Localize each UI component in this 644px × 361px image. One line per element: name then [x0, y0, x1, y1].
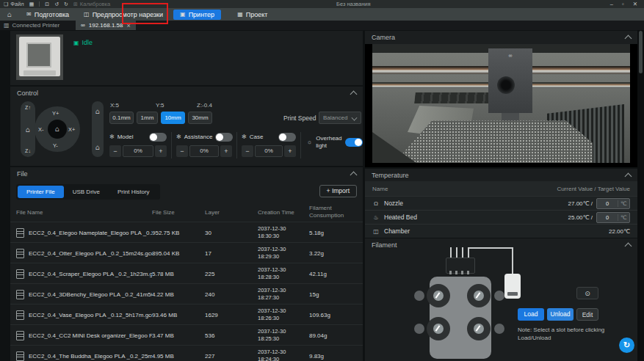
filament-slot-2[interactable] — [467, 284, 491, 307]
printer-thumbnail-window — [26, 43, 51, 68]
undo-icon[interactable]: ↺ — [54, 1, 59, 7]
link-icon: ∞ — [81, 22, 85, 29]
control-collapse-icon[interactable] — [350, 91, 358, 98]
toggle-knob — [216, 134, 223, 141]
fan-model-value[interactable]: 0% — [123, 145, 153, 157]
x-plus-button[interactable]: X+ — [68, 126, 75, 133]
external-spool[interactable] — [504, 274, 521, 299]
step-0.1mm-button[interactable]: 0.1mm — [109, 112, 134, 124]
calibration-label[interactable]: Калибровка — [80, 1, 110, 7]
y-plus-button[interactable]: Y+ — [52, 110, 59, 117]
new-file-icon[interactable]: ❏ — [4, 1, 8, 7]
fan-icon: ✻ — [242, 134, 247, 140]
y-minus-button[interactable]: Y- — [53, 142, 58, 149]
filament-note: Note: Select a slot before clicking Load… — [518, 326, 607, 342]
step-10mm-button[interactable]: 10mm — [161, 112, 185, 124]
camera-collapse-icon[interactable] — [625, 35, 632, 43]
close-button[interactable]: ✕ — [633, 1, 637, 7]
temperature-columns: Name Current Value / Target Value — [365, 181, 637, 196]
col-filament-consumption: Filament Consumption — [309, 205, 352, 219]
fan-assistance-toggle[interactable] — [215, 133, 233, 142]
fan-model-increase-button[interactable]: + — [155, 145, 167, 157]
overhead-light-toggle[interactable] — [345, 138, 363, 147]
step-1mm-button[interactable]: 1mm — [137, 112, 158, 124]
tab-printer[interactable]: ▣ Принтер — [173, 10, 221, 20]
tab-project[interactable]: ▦ Проект — [230, 8, 275, 21]
minimize-button[interactable]: – — [610, 1, 613, 7]
connected-printer[interactable]: ▥ Connected Printer — [0, 22, 59, 29]
file-row[interactable]: ECC2_0.4_CC2 MINI Desk organizer_Elegoo … — [10, 324, 363, 346]
file-panel: File Printer File USB Drive Print Histor… — [10, 167, 363, 361]
import-button[interactable]: + Import — [319, 185, 357, 197]
file-row[interactable]: ECC2_0.4_Otter_Elegoo PLA _0.2_15m24s.gc… — [10, 242, 363, 263]
nozzle-target-input[interactable]: 0 ℃ — [596, 198, 630, 209]
temperature-collapse-icon[interactable] — [625, 172, 632, 180]
save-icon[interactable]: ⊡ — [45, 1, 49, 7]
nozzle-label: Nozzle — [384, 200, 403, 207]
file-collapse-icon[interactable] — [350, 172, 358, 179]
file-header: File — [10, 167, 363, 180]
filament-settings-button[interactable]: ⊙ — [576, 287, 598, 299]
scrollbar-track[interactable] — [637, 30, 644, 361]
light-icon: ☼ — [307, 139, 312, 145]
fan-assistance-group: ✻ Assistance − 0% + — [176, 132, 232, 157]
file-size: 952.75 KB — [152, 230, 205, 236]
filament-slot-4[interactable] — [467, 317, 491, 340]
home-icon[interactable]: ⌂ — [0, 10, 19, 18]
fan-case-increase-button[interactable]: + — [284, 145, 296, 157]
edit-button[interactable]: Edit — [576, 308, 598, 321]
file-row[interactable]: ECC2_0.4_Vase_Elegoo PLA _0.12_5h17m.gco… — [10, 304, 363, 325]
tab-print-history[interactable]: Print History — [109, 186, 159, 198]
file-row[interactable]: ECC2_0.4_The Buddha_Elegoo PLA _0.2_25m4… — [10, 345, 363, 361]
scrollbar-thumb[interactable] — [639, 31, 643, 73]
aux-home-top-button[interactable]: ⌂ — [95, 108, 100, 114]
tab-usb-drive[interactable]: USB Drive — [64, 186, 109, 198]
fan-assistance-value[interactable]: 0% — [189, 145, 219, 157]
nav-tabbar: ⌂ ✉ Подготовка ◫ Предпросмотр нарезки ▣ … — [0, 8, 644, 21]
file-filament: 89.04g — [309, 332, 363, 339]
file-row[interactable]: ECC2_0.4_3DBenchy_Elegoo PLA _0.2_41m50s… — [10, 283, 363, 305]
tab-prepare[interactable]: ✉ Подготовка — [19, 8, 76, 21]
tab-printer-file[interactable]: Printer File — [18, 186, 64, 198]
filament-slot-1[interactable] — [427, 284, 450, 307]
filament-header: Filament — [365, 238, 637, 251]
fan-case-decrease-button[interactable]: − — [242, 145, 253, 157]
file-filament: 109.63g — [309, 312, 363, 318]
x-minus-button[interactable]: X- — [38, 126, 44, 133]
preview-icon: ◫ — [84, 11, 90, 18]
file-row[interactable]: ECC2_0.4_Scraper_Elegoo PLA _0.2_1h23m.g… — [10, 263, 363, 284]
redo-icon[interactable]: ↻ — [64, 1, 68, 7]
heated-bed-target-value[interactable]: 0 — [597, 214, 618, 221]
heated-bed-target-input[interactable]: 0 ℃ — [596, 212, 630, 223]
xy-home-button[interactable]: ⌂ — [48, 120, 67, 139]
file-layer: 536 — [205, 332, 258, 339]
hub-outlet — [449, 271, 452, 274]
filament-collapse-icon[interactable] — [625, 242, 632, 249]
fan-case-toggle[interactable] — [278, 133, 296, 142]
fan-assistance-increase-button[interactable]: + — [220, 145, 232, 157]
fan-model-decrease-button[interactable]: − — [109, 145, 121, 157]
print-speed-select[interactable]: Balanced — [319, 112, 361, 124]
step-30mm-button[interactable]: 30mm — [188, 112, 212, 124]
calibration-icon[interactable]: ⊞ — [73, 1, 78, 7]
maximize-button[interactable]: ▫ — [622, 1, 624, 7]
fan-model-toggle[interactable] — [149, 133, 167, 142]
z-up-button[interactable]: Z↑ — [25, 105, 31, 110]
refresh-button[interactable]: ↻ — [619, 338, 634, 353]
window-title: Без названия — [336, 1, 371, 7]
z-home-button[interactable]: ⌂ — [26, 126, 30, 133]
file-menu[interactable]: Файл — [10, 1, 23, 7]
gcode-file-icon — [16, 290, 24, 299]
fan-assistance-decrease-button[interactable]: − — [176, 145, 188, 157]
file-name: ECC2_0.4_The Buddha_Elegoo PLA _0.2_25m4… — [29, 353, 152, 360]
unload-button[interactable]: Unload — [547, 308, 574, 321]
nozzle-target-value[interactable]: 0 — [597, 200, 618, 207]
file-row[interactable]: ECC2_0.4_Elegoo Nameplate_Elegoo PLA _0.… — [10, 222, 363, 243]
fan-assistance-label: Assistance — [184, 134, 213, 140]
load-button[interactable]: Load — [518, 308, 544, 321]
fan-case-value[interactable]: 0% — [255, 145, 283, 157]
z-down-button[interactable]: Z↓ — [25, 148, 31, 153]
aux-home-bottom-button[interactable]: ⌂ — [95, 144, 100, 150]
toolbox-icon[interactable]: ▦ — [29, 1, 35, 7]
filament-slot-3[interactable] — [427, 317, 450, 340]
